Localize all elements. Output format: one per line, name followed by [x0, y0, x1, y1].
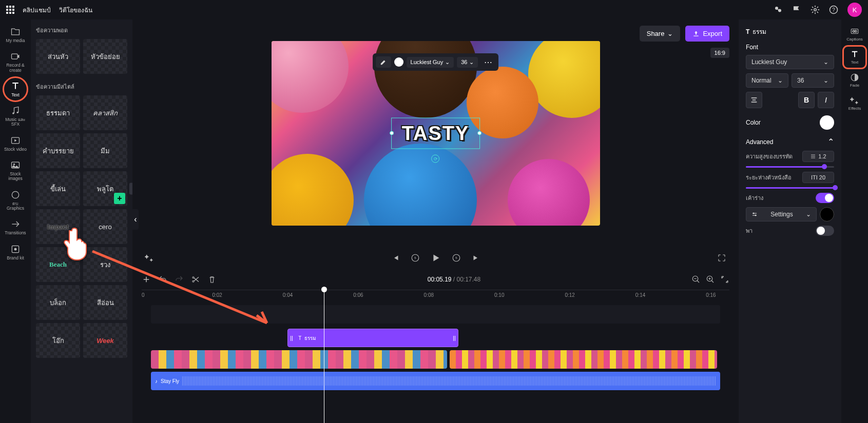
- nav-stock-images[interactable]: Stock images: [3, 157, 28, 185]
- fit-icon[interactable]: [720, 275, 729, 284]
- svg-text:?: ?: [832, 7, 835, 13]
- letter-spacing-slider[interactable]: [746, 187, 834, 189]
- playhead[interactable]: [324, 290, 324, 423]
- outline-color-swatch[interactable]: [820, 207, 834, 221]
- skip-end-icon[interactable]: [471, 253, 480, 263]
- line-height-icon: [810, 153, 816, 159]
- tile-heading[interactable]: ส่วนหัว: [36, 39, 80, 74]
- video-clip-1[interactable]: [151, 350, 447, 369]
- flag-icon[interactable]: [792, 5, 801, 14]
- tile-playful[interactable]: ขี้เล่น: [36, 171, 80, 206]
- nav-my-media[interactable]: My media: [3, 24, 28, 46]
- zoom-out-icon[interactable]: [691, 275, 701, 284]
- nav-brand[interactable]: Brand kit: [3, 241, 28, 264]
- align-button[interactable]: [746, 92, 762, 108]
- advanced-section: Advanced⌃ ความสูงของบรรทัด1.2 ระยะห่างตั…: [746, 137, 834, 236]
- playhead-head[interactable]: [321, 287, 327, 292]
- color-swatch[interactable]: [820, 115, 834, 130]
- letter-spacing-input[interactable]: ITI 20: [802, 172, 834, 183]
- rail-text[interactable]: Text: [844, 47, 865, 68]
- collab-icon[interactable]: [774, 5, 783, 14]
- text-overlay-selection[interactable]: TASTY ⟳: [391, 117, 480, 149]
- help-icon[interactable]: ?: [829, 5, 838, 14]
- font-selector[interactable]: Luckiest Guy⌄: [407, 57, 454, 68]
- font-size-selector[interactable]: 36⌄: [457, 57, 478, 68]
- nav-rail: My media Record & create Text Music และ …: [0, 19, 31, 423]
- tile-normal[interactable]: ธรรมดา: [36, 95, 80, 130]
- audio-track[interactable]: ♪Stay Fly: [151, 372, 720, 390]
- apps-icon[interactable]: [6, 6, 14, 14]
- tile-oak[interactable]: โอ๊ก: [36, 323, 80, 358]
- tile-pluto[interactable]: พลูโต+เพิ่มลงในการกำหนดเวลา: [83, 171, 127, 206]
- resize-handle-left[interactable]: [390, 131, 394, 135]
- skip-start-icon[interactable]: [391, 253, 400, 263]
- italic-button[interactable]: I: [818, 92, 834, 108]
- resize-handle-right[interactable]: [477, 131, 481, 135]
- pencil-icon: [380, 58, 387, 66]
- rotate-handle[interactable]: ⟳: [432, 154, 440, 163]
- line-height-field: ความสูงของบรรทัด1.2: [746, 151, 834, 162]
- rail-fade[interactable]: Fade: [844, 70, 865, 91]
- tile-subheading[interactable]: หัวข้อย่อย: [83, 39, 127, 74]
- collapse-panel-handle[interactable]: ‹: [132, 209, 139, 230]
- basic-tiles: ส่วนหัว หัวข้อย่อย: [36, 39, 127, 74]
- captions-icon: CC: [850, 27, 859, 36]
- rail-effects[interactable]: Effects: [844, 93, 865, 114]
- edit-text-button[interactable]: [376, 56, 391, 68]
- nav-graphics[interactable]: ตบ Graphics: [3, 187, 28, 214]
- font-size-select[interactable]: 36⌄: [792, 73, 834, 88]
- line-height-slider[interactable]: [746, 166, 834, 168]
- font-family-select[interactable]: Luckiest Guy⌄: [746, 55, 834, 69]
- bg-toggle[interactable]: [816, 226, 834, 236]
- fullscreen-icon[interactable]: [717, 253, 726, 263]
- chevron-down-icon: ⌄: [823, 58, 828, 66]
- video-track[interactable]: [151, 350, 720, 369]
- advanced-header[interactable]: Advanced⌃: [746, 137, 834, 147]
- nav-stock-video[interactable]: Stock video: [3, 132, 28, 155]
- center-area: Share⌄ Export 16:9 TASTY ⟳: [132, 19, 739, 423]
- line-height-input[interactable]: 1.2: [802, 151, 834, 162]
- share-button[interactable]: Share⌄: [640, 26, 681, 42]
- tutorial-arrow: [87, 246, 282, 338]
- font-weight-select[interactable]: Normal⌄: [746, 73, 788, 88]
- tile-block[interactable]: บล็อก: [36, 285, 80, 320]
- letter-spacing-field: ระยะห่างตัวหนังสือITI 20: [746, 172, 834, 183]
- outline-toggle[interactable]: [816, 193, 834, 203]
- nav-record[interactable]: Record & create: [3, 48, 28, 76]
- more-options-button[interactable]: ⋯: [481, 57, 495, 67]
- forward-icon[interactable]: 5: [452, 253, 461, 263]
- preview-area: Share⌄ Export 16:9 TASTY ⟳: [132, 19, 739, 247]
- rail-captions[interactable]: CCCaptions: [844, 24, 865, 45]
- nav-music[interactable]: Music และ SFX: [3, 103, 28, 130]
- svg-point-6: [12, 112, 14, 114]
- tile-meme[interactable]: มีม: [83, 133, 127, 168]
- music-note-icon: ♪: [155, 378, 158, 384]
- svg-point-7: [17, 112, 18, 113]
- svg-point-0: [775, 7, 778, 10]
- outline-settings-button[interactable]: Settings⌄: [746, 207, 817, 221]
- zoom-in-icon[interactable]: [706, 275, 715, 284]
- play-icon[interactable]: [430, 252, 441, 264]
- chevron-down-icon: ⌄: [806, 211, 811, 218]
- export-button[interactable]: Export: [685, 26, 729, 42]
- text-color-swatch[interactable]: [394, 57, 403, 67]
- user-avatar[interactable]: K: [847, 3, 862, 17]
- tile-caption[interactable]: คำบรรยาย: [36, 133, 80, 168]
- video-clip-2[interactable]: [450, 350, 717, 369]
- settings-icon[interactable]: [811, 5, 820, 14]
- add-icon[interactable]: +: [114, 193, 125, 204]
- nav-transitions[interactable]: Transitions: [3, 216, 28, 238]
- rewind-icon[interactable]: 5: [411, 253, 420, 263]
- audio-clip[interactable]: ♪Stay Fly: [151, 372, 720, 390]
- bold-button[interactable]: B: [798, 92, 815, 108]
- aspect-ratio-badge[interactable]: 16:9: [710, 48, 729, 58]
- my-videos-link[interactable]: วิดีโอของฉัน: [59, 5, 92, 15]
- svg-point-2: [814, 9, 817, 11]
- top-right: ? K: [774, 3, 862, 17]
- tile-classic[interactable]: คลาสสิก: [83, 95, 127, 130]
- brand-label[interactable]: คลิปแชมป์: [23, 5, 51, 15]
- view-controls: [717, 253, 726, 263]
- nav-text[interactable]: Text: [4, 78, 27, 100]
- overlay-text[interactable]: TASTY: [402, 122, 470, 144]
- text-clip[interactable]: T ธรรม: [287, 329, 458, 347]
